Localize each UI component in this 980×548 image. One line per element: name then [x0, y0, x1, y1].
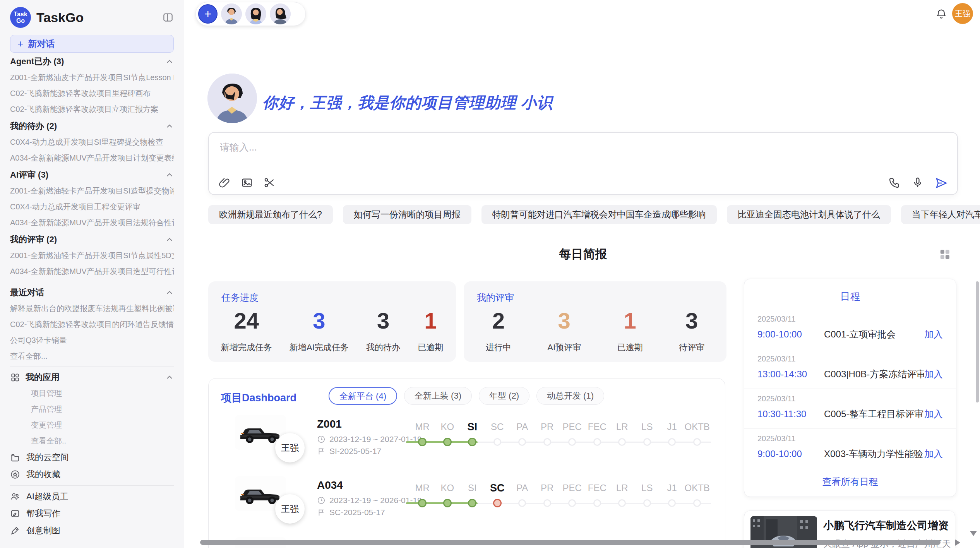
tab-model-year[interactable]: 年型 (2)	[479, 387, 529, 405]
add-agent-button[interactable]: +	[198, 4, 218, 24]
stat-value: 24	[221, 309, 272, 332]
people-icon	[10, 491, 20, 502]
project-flag-text: SI-2025-05-17	[329, 447, 381, 456]
sidebar-item[interactable]: C02-飞腾新能源轻客改款项目立项汇报方案	[10, 101, 174, 117]
tab-new-bodywork[interactable]: 全新上装 (3)	[404, 387, 472, 405]
chevron-up-icon[interactable]	[165, 171, 174, 179]
chat-input[interactable]	[219, 141, 840, 153]
sidebar-item[interactable]: 公司Q3轻卡销量	[10, 332, 174, 348]
sidebar-item[interactable]: Z001-全新燃油轻卡产品开发项目SI造型提交物评审	[10, 183, 174, 199]
vertical-scrollbar[interactable]	[976, 281, 979, 402]
sidebar-item[interactable]: Z001-全新燃油皮卡产品开发项目SI节点Lesson Learn报告	[10, 70, 174, 86]
sidebar-item-ai-super-staff[interactable]: AI超级员工	[10, 488, 174, 505]
agent-avatar-3[interactable]	[270, 3, 291, 24]
join-link[interactable]: 加入	[924, 368, 943, 380]
user-avatar[interactable]: 王强	[952, 3, 973, 24]
send-icon[interactable]	[935, 176, 947, 189]
sidebar-group-ai-review[interactable]: AI评审 (3)	[10, 167, 174, 183]
stat: 3新增AI完成任务	[290, 309, 349, 353]
owner-name: 王强	[281, 503, 299, 515]
sidebar-app-item[interactable]: 变更管理	[10, 417, 174, 433]
flag-icon	[317, 447, 326, 456]
sidebar-group-my-review[interactable]: 我的评审 (2)	[10, 231, 174, 248]
tab-new-platform[interactable]: 全新平台 (4)	[329, 387, 397, 405]
suggestion-chip[interactable]: 欧洲新规最近颁布了什么?	[208, 205, 333, 224]
milestone-dot	[568, 438, 576, 446]
join-link[interactable]: 加入	[924, 328, 943, 341]
stat-label: 待评审	[679, 342, 704, 353]
sidebar-item[interactable]: C02-飞腾新能源轻客改款项目的闭环通告反馈情况	[10, 317, 174, 332]
sidebar-group-recent-chats[interactable]: 最近对话	[10, 284, 174, 301]
milestone-dot	[643, 499, 651, 507]
milestone-dot	[468, 438, 476, 446]
chevron-up-icon[interactable]	[165, 373, 174, 382]
milestone-dot	[418, 438, 427, 446]
phone-icon[interactable]	[888, 176, 901, 189]
milestone-label: FEC	[585, 421, 610, 433]
schedule-time: 9:00-10:00	[757, 329, 824, 340]
milestone-label: PA	[510, 421, 535, 433]
sidebar-tool-label: AI超级员工	[26, 491, 69, 502]
stat-label: 新增完成任务	[221, 342, 272, 353]
sidebar-group-my-apps[interactable]: 我的应用	[10, 369, 174, 385]
milestone-dots	[410, 435, 713, 451]
stats-row: 24新增完成任务 3新增AI完成任务 3我的待办 1已逾期	[212, 309, 452, 353]
tab-powertrain[interactable]: 动总开发 (1)	[536, 387, 604, 405]
sidebar-item-creative-drawing[interactable]: 创意制图	[10, 522, 174, 539]
sidebar-item-cloud-space[interactable]: 我的云空间	[10, 449, 174, 466]
microphone-icon[interactable]	[911, 176, 924, 189]
panel-collapse-icon[interactable]	[162, 12, 174, 23]
sidebar-app-item[interactable]: 产品管理	[10, 401, 174, 417]
schedule-date: 2025/03/11	[757, 434, 943, 443]
sidebar-item[interactable]: Z001-全新燃油轻卡产品开发项目SI节点属性5D文件评审	[10, 248, 174, 264]
sidebar-item[interactable]: C0X4-动力总成开发项目SI里程碑提交物检查	[10, 134, 174, 150]
suggestion-chip[interactable]: 比亚迪全固态电池计划具体说了什么	[727, 205, 891, 224]
milestone-dot	[418, 499, 427, 507]
horizontal-scrollbar[interactable]	[200, 540, 941, 545]
sidebar-item[interactable]: A034-全新新能源MUV产品开发项目法规符合性评审	[10, 215, 174, 231]
sidebar-item-view-all[interactable]: 查看全部...	[10, 348, 174, 364]
scroll-down-arrow-icon[interactable]	[970, 531, 977, 536]
sidebar: Task Go TaskGo + 新对话 Agent已办 (3) Z001-全新…	[0, 0, 184, 548]
view-all-schedule-link[interactable]: 查看所有日程	[744, 476, 956, 488]
sidebar-group-my-todo[interactable]: 我的待办 (2)	[10, 118, 174, 134]
scissors-icon[interactable]	[263, 176, 276, 189]
chevron-up-icon[interactable]	[165, 122, 174, 130]
agent-avatar-2[interactable]	[245, 3, 266, 24]
image-icon[interactable]	[241, 176, 253, 189]
chevron-up-icon[interactable]	[165, 57, 174, 66]
paperclip-icon[interactable]	[218, 176, 231, 189]
group-title-text: 最近对话	[10, 287, 44, 298]
stat-label: 已逾期	[617, 342, 643, 353]
join-link[interactable]: 加入	[924, 448, 943, 460]
chevron-up-icon[interactable]	[165, 288, 174, 297]
sidebar-item[interactable]: 解释最新出台的欧盟报废车法规再生塑料比例被调至15%...	[10, 301, 174, 317]
suggestion-chip[interactable]: 当下年轻人对汽车外观有怎样的喜好趋势	[901, 205, 980, 224]
sidebar-item[interactable]: C02-飞腾新能源轻客改款项目里程碑画布	[10, 86, 174, 101]
agent-avatar-1[interactable]	[221, 3, 242, 24]
bell-icon[interactable]	[935, 8, 947, 20]
suggestion-chip[interactable]: 如何写一份清晰的项目周报	[343, 205, 471, 224]
sidebar-app-item[interactable]: 项目管理	[10, 385, 174, 401]
milestone-dot	[443, 499, 452, 507]
milestone-dot	[618, 438, 626, 446]
sidebar-divider	[10, 282, 174, 282]
schedule-date: 2025/03/11	[757, 315, 943, 324]
new-chat-button[interactable]: + 新对话	[10, 35, 174, 53]
cloud-space-icon	[10, 452, 20, 462]
schedule-time: 13:00-14:30	[757, 369, 824, 380]
taskgo-app: Task Go TaskGo + 新对话 Agent已办 (3) Z001-全新…	[0, 0, 980, 548]
layout-grid-icon[interactable]	[939, 248, 951, 260]
sidebar-item-favorites[interactable]: 我的收藏	[10, 466, 174, 483]
sidebar-item-help-write[interactable]: 帮我写作	[10, 505, 174, 522]
sidebar-app-view-all[interactable]: 查看全部..	[10, 433, 174, 449]
scroll-right-arrow-icon[interactable]	[955, 539, 960, 546]
sidebar-group-agent-done[interactable]: Agent已办 (3)	[10, 53, 174, 70]
chevron-up-icon[interactable]	[165, 235, 174, 244]
sidebar-item[interactable]: A034-全新新能源MUV产品开发项目造型可行性评审	[10, 264, 174, 279]
sidebar-item[interactable]: A034-全新新能源MUV产品开发项目计划变更表编写	[10, 150, 174, 166]
join-link[interactable]: 加入	[924, 408, 943, 420]
suggestion-chip[interactable]: 特朗普可能对进口汽车增税会对中国车企造成哪些影响	[481, 205, 717, 224]
clock-icon	[317, 496, 326, 505]
sidebar-item[interactable]: C0X4-动力总成开发项目工程变更评审	[10, 199, 174, 215]
